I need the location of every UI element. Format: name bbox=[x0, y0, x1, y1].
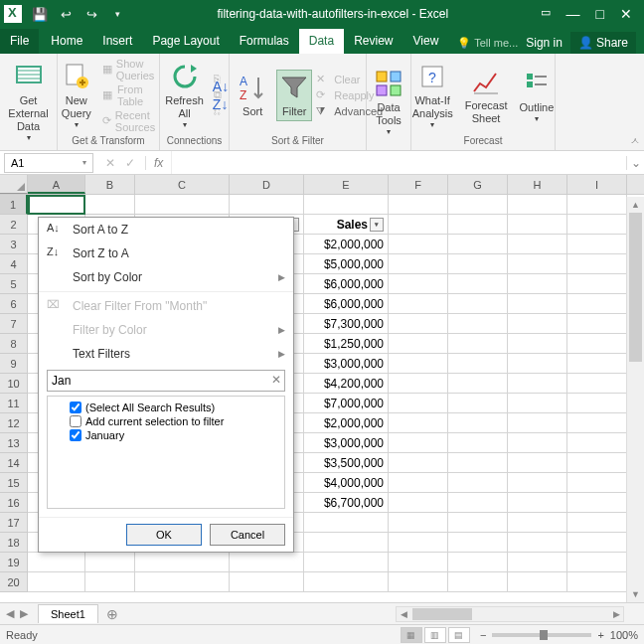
cell[interactable] bbox=[389, 394, 448, 413]
cell[interactable] bbox=[448, 195, 508, 215]
col-header[interactable]: I bbox=[567, 175, 627, 194]
cell[interactable] bbox=[508, 235, 567, 254]
row-header[interactable]: 10 bbox=[0, 374, 28, 394]
checkbox[interactable] bbox=[70, 429, 81, 441]
cell[interactable] bbox=[448, 394, 508, 413]
row-header[interactable]: 18 bbox=[0, 533, 28, 553]
cell[interactable] bbox=[567, 334, 627, 354]
tab-home[interactable]: Home bbox=[41, 29, 92, 54]
cell[interactable] bbox=[389, 354, 448, 374]
minimize-icon[interactable]: ― bbox=[566, 6, 580, 22]
cell[interactable] bbox=[28, 553, 85, 572]
cell[interactable]: $2,000,000 bbox=[304, 235, 389, 254]
cell[interactable] bbox=[448, 453, 508, 473]
cell[interactable] bbox=[508, 394, 567, 413]
cell[interactable] bbox=[567, 553, 627, 572]
row-header[interactable]: 12 bbox=[0, 413, 28, 433]
col-header[interactable]: E bbox=[304, 175, 389, 194]
cell[interactable] bbox=[389, 413, 448, 433]
forecast-sheet-button[interactable]: Forecast Sheet bbox=[461, 64, 512, 127]
sort-button[interactable]: AZSort bbox=[233, 70, 272, 120]
col-header[interactable]: D bbox=[230, 175, 304, 194]
row-header[interactable]: 8 bbox=[0, 334, 28, 354]
col-header[interactable]: C bbox=[135, 175, 230, 194]
show-queries-button[interactable]: ▦Show Queries bbox=[102, 58, 160, 81]
zoom-slider[interactable] bbox=[492, 633, 591, 637]
cell[interactable] bbox=[567, 413, 627, 433]
sort-a-to-z[interactable]: A↓Sort A to Z bbox=[39, 218, 293, 242]
undo-icon[interactable]: ↩ bbox=[58, 6, 74, 22]
sort-az-icon[interactable]: A↓ bbox=[213, 79, 229, 94]
cell[interactable] bbox=[567, 394, 627, 413]
cancel-formula-icon[interactable]: ✕ bbox=[105, 156, 115, 170]
cell[interactable] bbox=[567, 473, 627, 493]
zoom-level[interactable]: 100% bbox=[610, 629, 638, 641]
row-header[interactable]: 19 bbox=[0, 553, 28, 572]
cell[interactable]: $3,000,000 bbox=[304, 433, 389, 453]
filter-option[interactable]: Add current selection to filter bbox=[52, 414, 280, 428]
cell[interactable] bbox=[508, 254, 567, 274]
sign-in-link[interactable]: Sign in bbox=[526, 36, 563, 50]
get-external-data-button[interactable]: Get External Data▾ bbox=[4, 59, 52, 145]
outline-button[interactable]: Outline▾ bbox=[515, 66, 558, 126]
cell[interactable] bbox=[508, 473, 567, 493]
cell[interactable]: $2,000,000 bbox=[304, 413, 389, 433]
cell[interactable] bbox=[389, 314, 448, 334]
cell[interactable] bbox=[567, 374, 627, 394]
cell[interactable] bbox=[389, 254, 448, 274]
filter-option[interactable]: (Select All Search Results) bbox=[52, 401, 280, 414]
tab-insert[interactable]: Insert bbox=[92, 29, 142, 54]
row-header[interactable]: 5 bbox=[0, 274, 28, 294]
cell[interactable] bbox=[448, 413, 508, 433]
zoom-out-button[interactable]: − bbox=[480, 629, 486, 641]
cell[interactable] bbox=[389, 195, 448, 215]
row-header[interactable]: 2 bbox=[0, 215, 28, 235]
cell[interactable] bbox=[389, 374, 448, 394]
cell[interactable] bbox=[508, 274, 567, 294]
cell[interactable] bbox=[448, 374, 508, 394]
cell[interactable] bbox=[508, 374, 567, 394]
sheet-tab[interactable]: Sheet1 bbox=[38, 604, 98, 623]
cell[interactable] bbox=[304, 572, 389, 592]
formula-input[interactable] bbox=[171, 151, 626, 174]
from-table-button[interactable]: ▦From Table bbox=[102, 83, 160, 107]
cell[interactable] bbox=[448, 572, 508, 592]
row-header[interactable]: 14 bbox=[0, 453, 28, 473]
refresh-all-button[interactable]: Refresh All▾ bbox=[161, 59, 208, 132]
sort-z-to-a[interactable]: Z↓Sort Z to A bbox=[39, 242, 293, 265]
cell[interactable] bbox=[567, 533, 627, 553]
cell[interactable] bbox=[135, 572, 230, 592]
cell[interactable] bbox=[508, 195, 567, 215]
cell[interactable] bbox=[389, 513, 448, 533]
name-box[interactable]: A1▾ bbox=[4, 153, 93, 173]
select-all-corner[interactable] bbox=[0, 175, 28, 194]
cell[interactable] bbox=[567, 254, 627, 274]
cell[interactable]: $7,300,000 bbox=[304, 314, 389, 334]
row-header[interactable]: 17 bbox=[0, 513, 28, 533]
cell[interactable] bbox=[389, 553, 448, 572]
cell[interactable] bbox=[28, 195, 85, 215]
cell[interactable]: $4,000,000 bbox=[304, 473, 389, 493]
scroll-thumb[interactable] bbox=[629, 213, 642, 362]
zoom-in-button[interactable]: + bbox=[597, 629, 603, 641]
row-header[interactable]: 9 bbox=[0, 354, 28, 374]
tell-me[interactable]: 💡Tell me... bbox=[457, 37, 518, 50]
filter-button[interactable]: Filter bbox=[276, 70, 312, 120]
cell[interactable] bbox=[389, 215, 448, 235]
cell[interactable] bbox=[508, 572, 567, 592]
cell[interactable] bbox=[508, 493, 567, 513]
cell[interactable]: Sales▾ bbox=[304, 215, 389, 235]
fx-icon[interactable]: fx bbox=[145, 156, 163, 170]
filter-search-input[interactable] bbox=[47, 370, 285, 392]
tab-review[interactable]: Review bbox=[344, 29, 402, 54]
redo-icon[interactable]: ↪ bbox=[83, 6, 99, 22]
row-header[interactable]: 20 bbox=[0, 572, 28, 592]
cell[interactable] bbox=[448, 314, 508, 334]
page-break-view-button[interactable]: ▤ bbox=[448, 627, 470, 643]
col-header[interactable]: G bbox=[448, 175, 508, 194]
cell[interactable] bbox=[508, 334, 567, 354]
col-header[interactable]: F bbox=[389, 175, 448, 194]
cell[interactable] bbox=[304, 553, 389, 572]
row-header[interactable]: 15 bbox=[0, 473, 28, 493]
cell[interactable] bbox=[389, 294, 448, 314]
